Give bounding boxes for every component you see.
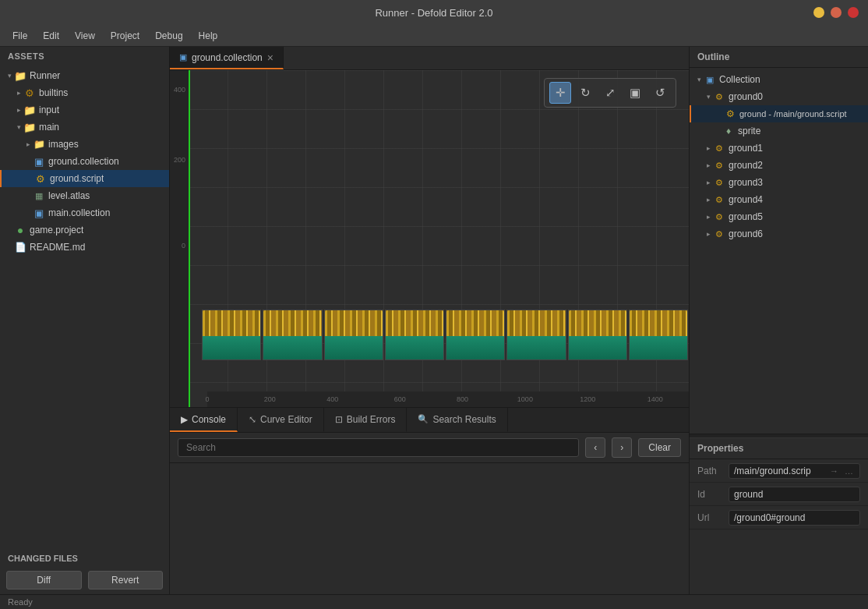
- outline-item-ground6[interactable]: ▸ ⚙ ground6: [690, 225, 868, 243]
- ground-bottom-7: [569, 336, 626, 359]
- menubar: File Edit View Project Debug Help: [0, 25, 868, 47]
- ground-bottom-1: [203, 336, 260, 359]
- ground-bottom-6: [507, 336, 565, 359]
- rotate-tool-button[interactable]: ↻: [574, 82, 596, 104]
- sidebar-item-readme[interactable]: 📄 README.md: [0, 239, 169, 256]
- sidebar-label-readme: README.md: [30, 242, 85, 253]
- outline-component-icon-g0: ⚙: [713, 90, 725, 103]
- bottom-tab-bar: ▶ Console ⤡ Curve Editor ⊡ Build Errors …: [170, 408, 689, 433]
- status-bar: Ready: [0, 594, 868, 609]
- tab-ground-collection[interactable]: ▣ ground.collection ×: [170, 47, 284, 69]
- outline-label-ground0: ground0: [729, 91, 763, 102]
- canvas-content[interactable]: ✛ ↻ ⤢ ▣ ↺ 0 200 400 600 800 1000 1200 14…: [189, 70, 689, 407]
- tab-build-errors[interactable]: ⊡ Build Errors: [324, 408, 408, 432]
- property-path-goto-icon[interactable]: →: [828, 466, 840, 476]
- ground-strips: [201, 310, 689, 360]
- outline-item-ground3[interactable]: ▸ ⚙ ground3: [690, 174, 868, 191]
- tree-arrow-mcollection: [23, 208, 33, 218]
- outline-arrow-ground1: ▸: [704, 144, 713, 152]
- sidebar-item-ground-collection[interactable]: ▣ ground.collection: [0, 153, 169, 170]
- sidebar-item-main-collection[interactable]: ▣ main.collection: [0, 204, 169, 221]
- tree-arrow-readme: [5, 243, 14, 252]
- close-button[interactable]: [848, 7, 859, 18]
- tab-curve-editor[interactable]: ⤡ Curve Editor: [238, 408, 324, 432]
- outline-arrow-ground2: ▸: [704, 161, 713, 169]
- menu-view[interactable]: View: [69, 28, 101, 44]
- console-output: [170, 463, 689, 594]
- folder-icon: ⚙: [23, 87, 36, 99]
- diff-button[interactable]: Diff: [6, 571, 82, 590]
- scale-tool-button[interactable]: ⤢: [599, 82, 621, 104]
- sidebar-item-ground-script[interactable]: ⚙ ground.script: [0, 170, 169, 187]
- collection-icon-ground: ▣: [33, 155, 45, 168]
- ruler-left: 400 200 0: [170, 70, 189, 407]
- maximize-button[interactable]: [831, 7, 842, 18]
- center-panel: ▣ ground.collection × 400 200 0: [170, 47, 689, 594]
- search-next-button[interactable]: ›: [612, 437, 632, 458]
- sidebar-label-main-collection: main.collection: [48, 207, 110, 218]
- sidebar-item-level-atlas[interactable]: ▦ level.atlas: [0, 187, 169, 204]
- changed-files-section: Changed Files Diff Revert: [0, 551, 169, 594]
- menu-edit[interactable]: Edit: [37, 28, 65, 44]
- build-errors-label: Build Errors: [347, 414, 396, 425]
- outline-label-sprite: sprite: [738, 126, 760, 136]
- outline-arrow-ground3: ▸: [704, 179, 713, 186]
- search-prev-button[interactable]: ‹: [585, 437, 605, 458]
- ground-segment-4: [385, 310, 444, 360]
- outline-item-ground0[interactable]: ▾ ⚙ ground0: [690, 88, 868, 105]
- ground-segment-container: [201, 310, 689, 360]
- minimize-button[interactable]: [813, 7, 824, 18]
- outline-label-ground2: ground2: [729, 160, 763, 171]
- ground-top-8: [630, 310, 687, 338]
- ground-bottom-5: [446, 336, 504, 359]
- ruler-bottom: 0 200 400 600 800 1000 1200 1400: [207, 391, 689, 407]
- menu-debug[interactable]: Debug: [149, 28, 189, 44]
- sidebar-label-ground-script: ground.script: [50, 173, 104, 184]
- search-results-icon: 🔍: [418, 414, 429, 424]
- script-icon-ground: ⚙: [34, 172, 47, 185]
- build-errors-icon: ⊡: [335, 414, 343, 425]
- outline-collection-icon: ▣: [704, 73, 716, 86]
- clear-console-button[interactable]: Clear: [638, 438, 681, 457]
- tab-console[interactable]: ▶ Console: [170, 408, 238, 432]
- outline-item-ground-script[interactable]: ⚙ ground - /main/ground.script: [690, 105, 868, 122]
- move-tool-button[interactable]: ✛: [549, 82, 571, 104]
- outline-item-collection[interactable]: ▾ ▣ Collection: [690, 71, 868, 88]
- property-path-more-icon[interactable]: …: [843, 466, 855, 476]
- property-row-id: Id ground: [690, 483, 868, 506]
- property-url-text: /ground0#ground: [734, 512, 805, 523]
- undo-tool-button[interactable]: ↺: [649, 82, 671, 104]
- outline-item-ground2[interactable]: ▸ ⚙ ground2: [690, 157, 868, 174]
- tab-collection-icon: ▣: [179, 52, 187, 62]
- revert-button[interactable]: Revert: [88, 571, 164, 590]
- sidebar-item-runner[interactable]: ▾ 📁 Runner: [0, 67, 169, 84]
- outline-item-ground1[interactable]: ▸ ⚙ ground1: [690, 140, 868, 157]
- sidebar-item-images[interactable]: ▸ 📁 images: [0, 136, 169, 153]
- sidebar-item-input[interactable]: ▸ 📁 input: [0, 101, 169, 119]
- outline-item-sprite[interactable]: ♦ sprite: [690, 122, 868, 140]
- tab-close-button[interactable]: ×: [267, 52, 273, 63]
- sidebar-item-game-project[interactable]: ● game.project: [0, 221, 169, 239]
- assets-tree: ▾ 📁 Runner ▸ ⚙ builtins ▸ 📁 input ▾: [0, 66, 169, 551]
- property-path-icons: → …: [828, 466, 855, 476]
- sidebar-item-builtins[interactable]: ▸ ⚙ builtins: [0, 84, 169, 101]
- sidebar-item-main[interactable]: ▾ 📁 main: [0, 119, 169, 136]
- assets-header: Assets: [0, 47, 169, 66]
- ground-bottom-4: [386, 336, 443, 359]
- outline-item-ground5[interactable]: ▸ ⚙ ground5: [690, 208, 868, 225]
- menu-project[interactable]: Project: [104, 28, 146, 44]
- scene-tool-button[interactable]: ▣: [624, 82, 646, 104]
- ruler-num-1400: 1400: [647, 395, 663, 403]
- search-input[interactable]: [178, 438, 579, 457]
- sidebar-label-runner: Runner: [30, 70, 60, 81]
- outline-item-ground4[interactable]: ▸ ⚙ ground4: [690, 191, 868, 208]
- status-text: Ready: [8, 597, 33, 607]
- menu-file[interactable]: File: [6, 28, 34, 44]
- property-value-id[interactable]: ground: [729, 487, 860, 502]
- tab-search-results[interactable]: 🔍 Search Results: [407, 408, 507, 432]
- menu-help[interactable]: Help: [192, 28, 224, 44]
- property-row-url: Url /ground0#ground: [690, 506, 868, 529]
- ruler-num-1200: 1200: [580, 395, 595, 403]
- ground-segment-2: [263, 310, 322, 360]
- property-id-text: ground: [734, 489, 763, 500]
